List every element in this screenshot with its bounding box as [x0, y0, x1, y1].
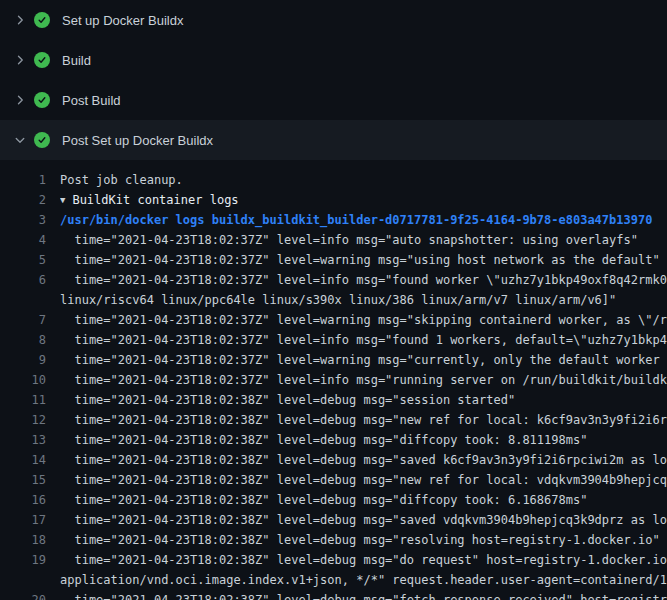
line-number[interactable]: 2	[0, 190, 46, 210]
step-label: Build	[62, 53, 91, 68]
step-label: Set up Docker Buildx	[62, 13, 183, 28]
line-number[interactable]: 4	[0, 230, 46, 250]
line-number[interactable]: 7	[0, 310, 46, 330]
line-number[interactable]: 20	[0, 590, 46, 600]
log-row: 6 time="2021-04-23T18:02:37Z" level=info…	[0, 270, 667, 290]
line-number[interactable]: 1	[0, 170, 46, 190]
success-check-icon	[34, 12, 50, 28]
log-row: 8 time="2021-04-23T18:02:37Z" level=info…	[0, 330, 667, 350]
log-row: 4 time="2021-04-23T18:02:37Z" level=info…	[0, 230, 667, 250]
log-row: 17 time="2021-04-23T18:02:38Z" level=deb…	[0, 510, 667, 530]
line-number[interactable]: 15	[0, 470, 46, 490]
log-row: 13 time="2021-04-23T18:02:38Z" level=deb…	[0, 430, 667, 450]
log-viewer: 1 Post job cleanup. 2 ▼BuildKit containe…	[0, 160, 667, 600]
step-header-post-setup-docker-buildx[interactable]: Post Set up Docker Buildx	[0, 120, 667, 160]
workflow-log-page: Set up Docker Buildx Build Post Build Po…	[0, 0, 667, 600]
step-label: Post Build	[62, 93, 121, 108]
log-text: time="2021-04-23T18:02:37Z" level=info m…	[60, 230, 638, 250]
log-text: time="2021-04-23T18:02:38Z" level=debug …	[60, 450, 667, 470]
line-number[interactable]: 13	[0, 430, 46, 450]
group-toggle-icon[interactable]: ▼	[60, 195, 65, 205]
line-number[interactable]: 18	[0, 530, 46, 550]
log-text: time="2021-04-23T18:02:38Z" level=debug …	[60, 410, 667, 430]
line-number[interactable]: 8	[0, 330, 46, 350]
log-row: 5 time="2021-04-23T18:02:37Z" level=warn…	[0, 250, 667, 270]
line-number[interactable]: 11	[0, 390, 46, 410]
line-number[interactable]	[0, 570, 46, 590]
log-row: 15 time="2021-04-23T18:02:38Z" level=deb…	[0, 470, 667, 490]
success-check-icon	[34, 52, 50, 68]
log-row: 14 time="2021-04-23T18:02:38Z" level=deb…	[0, 450, 667, 470]
step-label: Post Set up Docker Buildx	[62, 133, 213, 148]
chevron-down-icon	[12, 132, 28, 148]
log-text: time="2021-04-23T18:02:38Z" level=debug …	[60, 490, 587, 510]
log-text: time="2021-04-23T18:02:37Z" level=warnin…	[60, 250, 660, 270]
log-row: 12 time="2021-04-23T18:02:38Z" level=deb…	[0, 410, 667, 430]
log-row: 9 time="2021-04-23T18:02:37Z" level=warn…	[0, 350, 667, 370]
line-number[interactable]	[0, 290, 46, 310]
success-check-icon	[34, 92, 50, 108]
log-text: time="2021-04-23T18:02:38Z" level=debug …	[60, 590, 667, 600]
log-row: linux/riscv64 linux/ppc64le linux/s390x …	[0, 290, 667, 310]
log-row: 18 time="2021-04-23T18:02:38Z" level=deb…	[0, 530, 667, 550]
log-text: Post job cleanup.	[60, 170, 183, 190]
line-number[interactable]: 16	[0, 490, 46, 510]
chevron-right-icon	[12, 12, 28, 28]
group-title: BuildKit container logs	[72, 193, 238, 207]
log-row: 10 time="2021-04-23T18:02:37Z" level=inf…	[0, 370, 667, 390]
log-row: 1 Post job cleanup.	[0, 170, 667, 190]
log-text: ▼BuildKit container logs	[60, 190, 239, 210]
log-text: time="2021-04-23T18:02:38Z" level=debug …	[60, 390, 515, 410]
line-number[interactable]: 9	[0, 350, 46, 370]
log-row: 19 time="2021-04-23T18:02:38Z" level=deb…	[0, 550, 667, 570]
log-row: 7 time="2021-04-23T18:02:37Z" level=warn…	[0, 310, 667, 330]
line-number[interactable]: 17	[0, 510, 46, 530]
log-group-row[interactable]: 2 ▼BuildKit container logs	[0, 190, 667, 210]
step-header-post-build[interactable]: Post Build	[0, 80, 667, 120]
step-header-setup-docker-buildx[interactable]: Set up Docker Buildx	[0, 0, 667, 40]
log-text: time="2021-04-23T18:02:37Z" level=info m…	[60, 330, 667, 350]
log-text: time="2021-04-23T18:02:37Z" level=warnin…	[60, 310, 667, 330]
log-text: time="2021-04-23T18:02:38Z" level=debug …	[60, 430, 587, 450]
chevron-right-icon	[12, 92, 28, 108]
log-row: application/vnd.oci.image.index.v1+json,…	[0, 570, 667, 590]
line-number[interactable]: 10	[0, 370, 46, 390]
log-text: /usr/bin/docker logs buildx_buildkit_bui…	[60, 210, 652, 230]
log-row: 16 time="2021-04-23T18:02:38Z" level=deb…	[0, 490, 667, 510]
log-text: application/vnd.oci.image.index.v1+json,…	[60, 570, 667, 590]
log-row: 11 time="2021-04-23T18:02:38Z" level=deb…	[0, 390, 667, 410]
line-number[interactable]: 3	[0, 210, 46, 230]
log-text: time="2021-04-23T18:02:38Z" level=debug …	[60, 530, 660, 550]
chevron-right-icon	[12, 52, 28, 68]
log-text: time="2021-04-23T18:02:37Z" level=info m…	[60, 270, 667, 290]
step-header-build[interactable]: Build	[0, 40, 667, 80]
line-number[interactable]: 5	[0, 250, 46, 270]
log-row: 3 /usr/bin/docker logs buildx_buildkit_b…	[0, 210, 667, 230]
log-row: 20 time="2021-04-23T18:02:38Z" level=deb…	[0, 590, 667, 600]
log-text: linux/riscv64 linux/ppc64le linux/s390x …	[60, 290, 616, 310]
line-number[interactable]: 14	[0, 450, 46, 470]
line-number[interactable]: 12	[0, 410, 46, 430]
log-text: time="2021-04-23T18:02:37Z" level=warnin…	[60, 350, 667, 370]
line-number[interactable]: 6	[0, 270, 46, 290]
log-text: time="2021-04-23T18:02:38Z" level=debug …	[60, 550, 667, 570]
log-text: time="2021-04-23T18:02:38Z" level=debug …	[60, 510, 667, 530]
line-number[interactable]: 19	[0, 550, 46, 570]
log-text: time="2021-04-23T18:02:38Z" level=debug …	[60, 470, 667, 490]
log-text: time="2021-04-23T18:02:37Z" level=info m…	[60, 370, 667, 390]
success-check-icon	[34, 132, 50, 148]
